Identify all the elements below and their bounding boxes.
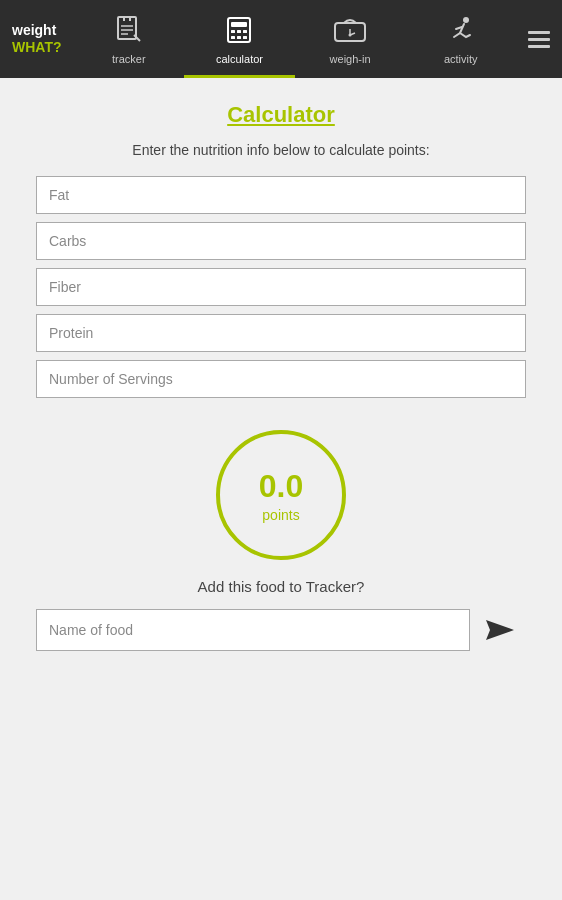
svg-rect-7 [237, 30, 241, 33]
add-food-row [36, 607, 526, 653]
menu-button[interactable] [516, 0, 562, 78]
tab-weigh-in[interactable]: weigh-in [295, 0, 406, 78]
points-value: 0.0 [259, 467, 303, 505]
activity-icon [446, 15, 476, 49]
protein-input[interactable] [36, 314, 526, 352]
send-button[interactable] [474, 607, 526, 653]
points-circle: 0.0 points [216, 430, 346, 560]
page-subtitle: Enter the nutrition info below to calcul… [36, 142, 526, 158]
svg-rect-5 [231, 22, 247, 27]
fat-input[interactable] [36, 176, 526, 214]
calculator-icon [224, 15, 254, 49]
brand-what: WHAT? [12, 39, 62, 56]
fiber-input[interactable] [36, 268, 526, 306]
brand-weight: weight [12, 22, 62, 39]
svg-rect-8 [243, 30, 247, 33]
servings-input[interactable] [36, 360, 526, 398]
svg-rect-10 [237, 36, 241, 39]
carbs-input[interactable] [36, 222, 526, 260]
svg-rect-6 [231, 30, 235, 33]
points-label: points [262, 507, 299, 523]
add-tracker-prompt: Add this food to Tracker? [36, 578, 526, 595]
main-content: Calculator Enter the nutrition info belo… [0, 78, 562, 677]
weigh-in-icon [333, 15, 367, 49]
menu-line-3 [528, 45, 550, 48]
activity-tab-label: activity [444, 53, 478, 65]
svg-point-15 [349, 33, 352, 36]
tab-tracker[interactable]: tracker [74, 0, 185, 78]
tab-activity[interactable]: activity [405, 0, 516, 78]
tracker-icon [114, 15, 144, 49]
menu-line-2 [528, 38, 550, 41]
weigh-in-tab-label: weigh-in [330, 53, 371, 65]
svg-rect-11 [243, 36, 247, 39]
page-title: Calculator [36, 102, 526, 128]
tracker-tab-label: tracker [112, 53, 146, 65]
nav-tabs: tracker calculator [74, 0, 517, 78]
brand: weight WHAT? [0, 0, 74, 78]
points-container: 0.0 points [36, 430, 526, 560]
header: weight WHAT? tracker [0, 0, 562, 78]
svg-point-16 [463, 17, 469, 23]
svg-marker-17 [486, 620, 514, 640]
svg-rect-9 [231, 36, 235, 39]
food-name-input[interactable] [36, 609, 470, 651]
calculator-tab-label: calculator [216, 53, 263, 65]
tab-calculator[interactable]: calculator [184, 0, 295, 78]
menu-line-1 [528, 31, 550, 34]
